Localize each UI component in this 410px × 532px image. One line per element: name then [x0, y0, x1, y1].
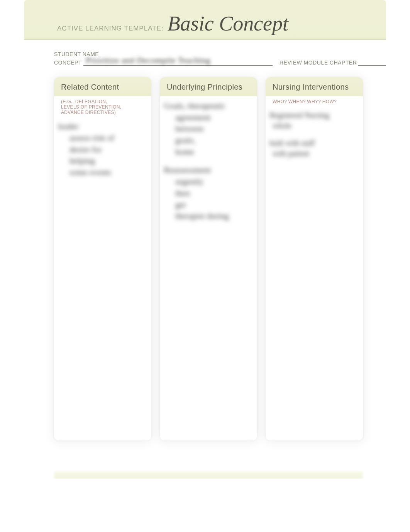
principles-block-1: Reassessment urgently then get therapist… — [167, 164, 250, 221]
concept-label: CONCEPT — [54, 59, 82, 66]
nursing-interventions-subtitle: WHO? WHEN? WHY? HOW? — [266, 96, 363, 106]
nursing-interventions-body: Registered Nursing whole built with staf… — [266, 106, 363, 440]
interventions-block-0-lead: Registered Nursing — [269, 110, 356, 121]
interventions-block-1-line-0: with patient — [273, 148, 356, 159]
related-block-0-lead: leader — [58, 121, 144, 132]
principles-block-0-lead: Goals, therapeutic — [164, 100, 250, 112]
related-block-0: leader assess risk of desire for helping… — [61, 121, 144, 178]
nursing-interventions-title: Nursing Interventions — [266, 77, 363, 96]
principles-block-1-lead: Reassessment — [164, 164, 250, 176]
principles-block-0-line-2: goals, — [175, 134, 250, 146]
related-content-subtitle: (E.G., DELEGATION, LEVELS OF PREVENTION,… — [54, 96, 151, 117]
interventions-block-1-lead: built with staff — [269, 138, 356, 148]
template-title: Basic Concept — [168, 12, 288, 36]
principles-block-0: Goals, therapeutic agreement between goa… — [167, 100, 250, 157]
principles-block-0-line-3: home — [175, 146, 250, 158]
related-content-title: Related Content — [54, 77, 151, 96]
principles-block-1-line-1: then — [175, 187, 250, 199]
meta-block: STUDENT NAME CONCEPT Prioritize and Deco… — [24, 40, 386, 73]
header-band: ACTIVE LEARNING TEMPLATE: Basic Concept — [24, 0, 386, 40]
template-prefix: ACTIVE LEARNING TEMPLATE: — [57, 25, 164, 32]
principles-block-0-line-1: between — [175, 123, 250, 134]
related-block-0-line-3: some events — [69, 167, 144, 178]
principles-block-1-line-3: therapist during — [175, 210, 250, 222]
concept-value: Prioritize and Decompile Teaching — [86, 54, 210, 66]
principles-block-1-line-0: urgently — [175, 176, 250, 187]
related-block-0-line-1: desire for — [69, 144, 144, 155]
principles-block-0-line-0: agreement — [175, 112, 250, 123]
concept-row: CONCEPT Prioritize and Decompile Teachin… — [54, 59, 363, 66]
footer-band — [54, 471, 363, 479]
interventions-block-0-line-0: whole — [273, 121, 356, 131]
column-related-content: Related Content (E.G., DELEGATION, LEVEL… — [54, 77, 151, 440]
column-underlying-principles: Underlying Principles Goals, therapeutic… — [160, 77, 257, 440]
related-block-0-line-0: assess risk of — [69, 132, 144, 144]
interventions-block-1: built with staff with patient — [273, 138, 356, 159]
underlying-principles-title: Underlying Principles — [160, 77, 257, 96]
review-chapter-line — [358, 60, 386, 66]
columns: Related Content (E.G., DELEGATION, LEVEL… — [24, 73, 386, 471]
related-block-0-line-2: helping — [69, 155, 144, 167]
interventions-block-0: Registered Nursing whole — [273, 110, 356, 131]
column-nursing-interventions: Nursing Interventions WHO? WHEN? WHY? HO… — [266, 77, 363, 440]
page: ACTIVE LEARNING TEMPLATE: Basic Concept … — [24, 0, 386, 479]
concept-line: Prioritize and Decompile Teaching — [83, 60, 273, 66]
underlying-principles-body: Goals, therapeutic agreement between goa… — [160, 96, 257, 440]
review-chapter-label: REVIEW MODULE CHAPTER — [280, 59, 357, 66]
principles-block-1-line-2: get — [175, 199, 250, 211]
related-content-body: leader assess risk of desire for helping… — [54, 117, 151, 440]
